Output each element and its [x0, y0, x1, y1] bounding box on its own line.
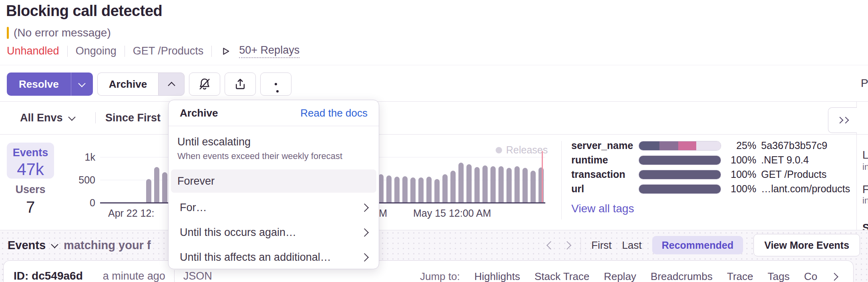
tag-value: 5a367b3b57c9	[761, 140, 827, 151]
environment-selector[interactable]: All Envs	[20, 102, 74, 134]
archive-menu-header: Archive Read the docs	[169, 100, 379, 126]
event-detail-card: ID: dc549a6d a minute ago JSON Jump to: …	[3, 260, 854, 282]
first-event-link[interactable]: First	[591, 239, 612, 252]
y-tick-0: 0	[60, 197, 95, 209]
environment-label: All Envs	[20, 112, 63, 124]
chart-legend[interactable]: Releases	[496, 144, 548, 156]
tag-row[interactable]: server_name 25% 5a367b3b57c9	[571, 141, 850, 150]
tag-key: runtime	[571, 154, 639, 166]
event-time-ago: a minute ago	[103, 270, 165, 282]
tag-key: transaction	[571, 169, 639, 180]
prev-event-icon[interactable]	[547, 241, 555, 249]
tag-distribution-bar	[639, 184, 721, 194]
resolve-dropdown-button[interactable]	[71, 73, 93, 96]
ellipsis-icon	[275, 83, 277, 85]
chevron-right-icon	[360, 203, 369, 212]
error-message: (No error message)	[14, 26, 111, 39]
resolve-button[interactable]: Resolve	[7, 73, 71, 96]
sidebar-clipped-text: P	[861, 77, 868, 90]
y-tick-1k: 1k	[60, 151, 95, 163]
archive-dropdown-button[interactable]	[158, 73, 185, 96]
archive-menu-title: Archive	[180, 107, 218, 119]
level-indicator-bar	[7, 27, 9, 39]
period-selector[interactable]: Since First	[105, 102, 161, 134]
period-label: Since First	[105, 112, 161, 124]
release-line	[542, 151, 543, 203]
jump-link-trace[interactable]: Trace	[727, 270, 753, 282]
users-stat-label: Users	[7, 183, 54, 196]
x-tick-apr22: Apr 22 12:	[108, 207, 154, 219]
menu-item-until-occurs-again[interactable]: Until this occurs again…	[171, 220, 376, 245]
tag-value: GET /Products	[761, 169, 827, 180]
x-tick-may15: May 15 12:00 AM	[413, 207, 491, 219]
tag-percent: 100%	[723, 183, 756, 195]
sidebar-clipped-text: in	[862, 162, 868, 172]
menu-item-until-affects-additional[interactable]: Until this affects an additional…	[171, 245, 376, 270]
upload-icon	[233, 77, 247, 91]
chevron-down-icon	[68, 113, 75, 121]
chevron-right-icon	[360, 253, 369, 261]
divider	[67, 46, 68, 57]
menu-item-label: For…	[180, 201, 207, 214]
events-stat-badge[interactable]: Events 47k	[7, 143, 54, 179]
tag-distribution-bar	[639, 155, 721, 165]
sidebar-clipped-text: F	[862, 183, 868, 196]
divider	[174, 270, 175, 282]
menu-item-label: Forever	[177, 175, 215, 187]
replays-link[interactable]: 50+ Replays	[239, 44, 299, 58]
tag-percent: 25%	[723, 140, 756, 151]
users-stat-value: 7	[7, 198, 54, 216]
menu-item-label: Until this occurs again…	[180, 226, 296, 239]
play-icon	[220, 46, 231, 57]
tag-percent: 100%	[723, 154, 756, 166]
menu-item-for[interactable]: For…	[171, 195, 376, 220]
transaction-name: GET /Products	[133, 45, 204, 57]
tag-distribution-bar	[639, 170, 721, 179]
divider	[561, 141, 562, 220]
sidebar-clipped-text: L	[862, 149, 868, 161]
menu-item-forever[interactable]: Forever	[171, 169, 376, 193]
users-stat[interactable]: Users 7	[7, 183, 54, 216]
tag-key: url	[571, 183, 639, 195]
jump-link-replay[interactable]: Replay	[604, 270, 636, 282]
chevron-up-icon	[168, 82, 175, 89]
jump-link-stack-trace[interactable]: Stack Trace	[534, 270, 589, 282]
tag-value: …lant.com/products	[761, 183, 850, 195]
share-button[interactable]	[225, 73, 256, 96]
divider	[125, 46, 125, 57]
scroll-right-icon[interactable]	[831, 273, 839, 281]
resolve-button-group: Resolve	[7, 73, 93, 96]
divider	[581, 238, 581, 252]
filter-bar: All Envs Since First	[0, 101, 868, 135]
view-more-events-button[interactable]: View More Events	[753, 234, 860, 256]
jump-link-highlights[interactable]: Highlights	[474, 270, 520, 282]
collapse-sidebar-button[interactable]	[828, 107, 857, 133]
jump-link-breadcrumbs[interactable]: Breadcrumbs	[651, 270, 713, 282]
divider	[95, 112, 96, 123]
json-link[interactable]: JSON	[183, 270, 212, 282]
tag-row[interactable]: url 100% …lant.com/products	[571, 184, 850, 193]
events-stat-label: Events	[7, 147, 54, 159]
events-section-label[interactable]: Events	[8, 239, 46, 252]
next-event-icon[interactable]	[563, 241, 571, 249]
menu-item-until-escalating[interactable]: Until escalating When events exceed thei…	[171, 129, 376, 164]
bell-slash-icon	[197, 77, 212, 91]
recommended-badge[interactable]: Recommended	[652, 236, 743, 254]
tag-key: server_name	[571, 140, 639, 151]
chevron-down-icon	[78, 80, 86, 87]
chevron-right-icon	[360, 228, 369, 236]
read-the-docs-link[interactable]: Read the docs	[300, 107, 368, 119]
jump-link-clipped[interactable]: Co	[804, 270, 817, 282]
tag-row[interactable]: runtime 100% .NET 9.0.4	[571, 155, 850, 165]
chevron-down-icon[interactable]	[51, 241, 58, 248]
view-all-tags-link[interactable]: View all tags	[571, 202, 634, 215]
jump-link-tags[interactable]: Tags	[768, 270, 790, 282]
last-event-link[interactable]: Last	[622, 239, 642, 252]
mute-button[interactable]	[189, 73, 220, 96]
menu-item-label: Until escalating	[177, 136, 370, 148]
more-actions-button[interactable]	[260, 73, 291, 96]
tags-panel: server_name 25% 5a367b3b57c9 runtime 100…	[571, 141, 850, 199]
tag-percent: 100%	[723, 169, 756, 180]
archive-button[interactable]: Archive	[97, 73, 158, 96]
tag-row[interactable]: transaction 100% GET /Products	[571, 170, 850, 179]
